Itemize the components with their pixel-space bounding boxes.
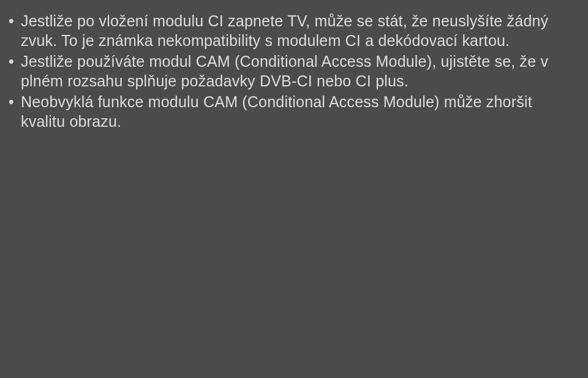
- list-item: Jestliže po vložení modulu CI zapnete TV…: [21, 11, 575, 50]
- bullet-list: Jestliže po vložení modulu CI zapnete TV…: [21, 11, 575, 131]
- list-item: Jestliže používáte modul CAM (Conditiona…: [21, 51, 575, 91]
- list-item: Neobvyklá funkce modulu CAM (Conditional…: [21, 92, 575, 131]
